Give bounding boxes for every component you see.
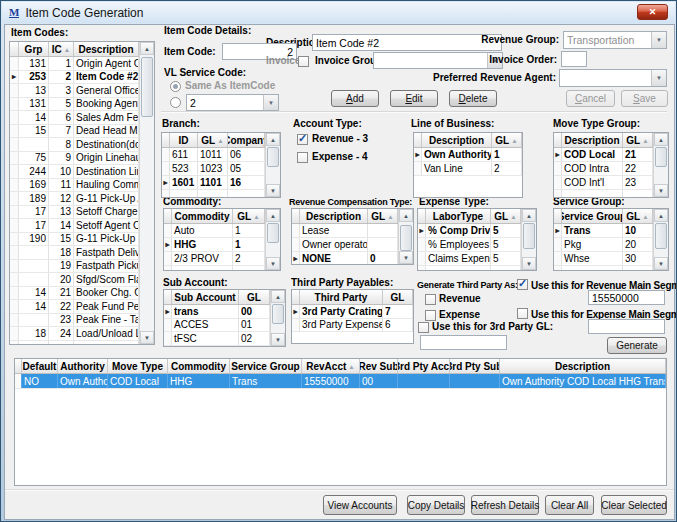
column-header[interactable]: GL▲	[368, 209, 398, 223]
scroll-down-button[interactable]: ▼	[399, 251, 413, 264]
column-header[interactable]: IC▲	[49, 42, 74, 56]
preferred-revenue-agent-combo[interactable]: ▼	[559, 69, 667, 87]
invoice-order-field[interactable]	[561, 51, 587, 67]
table-row[interactable]: Van Line2	[414, 162, 522, 176]
scroll-up-button[interactable]: ▲	[271, 290, 285, 303]
table-row[interactable]: ▸COD Local21	[554, 148, 653, 162]
refresh-details-button[interactable]: Refresh Details	[471, 495, 539, 515]
expense-4-checkbox[interactable]	[297, 152, 308, 163]
table-row[interactable]: ▸HHG1	[164, 238, 265, 252]
column-header[interactable]: GL▲	[623, 209, 653, 223]
table-row[interactable]: 19015G-11 Pick-Up Ch	[10, 233, 139, 247]
scroll-up-button[interactable]: ▲	[654, 209, 668, 222]
scroll-up-button[interactable]: ▲	[266, 133, 280, 146]
column-header[interactable]: GL	[239, 290, 270, 304]
table-row[interactable]	[162, 190, 265, 198]
clear-all-button[interactable]: Clear All	[545, 495, 594, 515]
table-row[interactable]: ACCES01	[164, 319, 270, 333]
column-header[interactable]: Description	[422, 133, 492, 147]
column-header[interactable]: LaborType	[426, 209, 491, 223]
scroll-up-button[interactable]: ▲	[654, 133, 668, 146]
use-expense-main-segment-checkbox[interactable]	[517, 308, 528, 319]
table-row[interactable]: 24410Destination Lineh	[10, 165, 139, 179]
column-header[interactable]	[15, 359, 22, 373]
column-header[interactable]: Default	[22, 359, 58, 373]
table-row[interactable]: ▸3rd Party Crating7	[292, 305, 413, 319]
table-row[interactable]: ▸NONE0	[292, 252, 398, 265]
table-row[interactable]: COD Intra22	[554, 162, 653, 176]
table-row[interactable]: COD Int'l23	[554, 176, 653, 190]
column-header[interactable]: GL	[383, 290, 413, 304]
column-header[interactable]: Move Type	[108, 359, 168, 373]
cancel-button[interactable]: Cancel	[566, 90, 615, 107]
scroll-down-button[interactable]: ▼	[522, 257, 536, 270]
invoice-checkbox[interactable]	[298, 56, 309, 67]
copy-details-button[interactable]: Copy Details	[407, 495, 465, 515]
column-header[interactable]	[10, 42, 19, 56]
table-row[interactable]: 1311Origin Agent Com	[10, 57, 139, 71]
column-header[interactable]: Sub Account	[172, 290, 239, 304]
table-row[interactable]: Pkg20	[554, 238, 653, 252]
scrollbar-thumb[interactable]	[267, 147, 279, 167]
table-row[interactable]: 18912G-11 Pick-Up Age	[10, 192, 139, 206]
column-header[interactable]	[292, 209, 300, 223]
column-header[interactable]: Authority	[58, 359, 108, 373]
table-row[interactable]: ▸trans00	[164, 305, 270, 319]
scrollbar-thumb[interactable]	[267, 223, 279, 243]
save-button[interactable]: Save	[621, 90, 668, 107]
table-row[interactable]: NOOwn AuthoriCOD LocalHHGTrans1555000000…	[15, 374, 666, 389]
column-header[interactable]: 3rd Pty Acct	[398, 359, 450, 373]
generate-revenue-checkbox[interactable]	[425, 294, 436, 305]
table-row[interactable]: Owner operator	[292, 238, 398, 252]
table-row[interactable]: 18Fastpath Delivery	[10, 246, 139, 260]
table-row[interactable]: Claims Expense5	[418, 252, 521, 266]
column-header[interactable]: Description	[300, 209, 368, 223]
sub-account-grid[interactable]: Sub AccountGL▸trans00ACCES01tFSC02▲▼	[163, 289, 286, 347]
column-header[interactable]: Description	[74, 42, 139, 56]
table-row[interactable]: tFSC02	[164, 332, 270, 346]
table-row[interactable]: 1422Peak Fund Perce	[10, 300, 139, 314]
scrollbar-thumb[interactable]	[272, 304, 284, 324]
scroll-down-button[interactable]: ▼	[654, 184, 668, 197]
column-header[interactable]: GL▲	[492, 133, 522, 147]
third-party-gl-field[interactable]	[420, 335, 507, 350]
table-row[interactable]: 611101106	[162, 148, 265, 162]
table-row[interactable]: 157Dead Head Milea	[10, 125, 139, 139]
table-row[interactable]	[164, 266, 265, 271]
delete-button[interactable]: Delete	[449, 90, 497, 107]
table-row[interactable]: 133General Office Co	[10, 84, 139, 98]
scroll-up-button[interactable]: ▲	[522, 209, 536, 222]
table-row[interactable]: 1421Booker Chg. Cros	[10, 287, 139, 301]
titlebar[interactable]: M Item Code Generation	[2, 2, 675, 23]
vertical-scrollbar[interactable]: ▲▼	[139, 42, 154, 344]
column-header[interactable]: Description	[562, 133, 623, 147]
scroll-down-button[interactable]: ▼	[266, 257, 280, 270]
vertical-scrollbar[interactable]: ▲▼	[270, 290, 285, 346]
column-header[interactable]: Commodity	[168, 359, 230, 373]
table-row[interactable]	[10, 341, 139, 346]
commodity-grid[interactable]: CommodityGL▲Auto1▸HHG12/3 PROV2▲▼	[163, 208, 281, 271]
close-button[interactable]: ✕	[637, 4, 668, 20]
scrollbar-thumb[interactable]	[523, 223, 535, 249]
table-row[interactable]: 16911Hauling Commis	[10, 179, 139, 193]
column-header[interactable]: GL▲	[198, 133, 228, 147]
column-header[interactable]: Service Group	[230, 359, 302, 373]
edit-button[interactable]: Edit	[390, 90, 438, 107]
column-header[interactable]	[554, 133, 562, 147]
revenue-main-segment-field[interactable]: 15550000	[588, 290, 665, 305]
column-header[interactable]	[164, 209, 172, 223]
move-type-group-grid[interactable]: DescriptionGL▲▸COD Local21COD Intra22COD…	[553, 132, 669, 198]
rev-comp-grid[interactable]: DescriptionGL▲LeaseOwner operator▸NONE0▲…	[291, 208, 414, 265]
table-row[interactable]: 146Sales Adm Fee	[10, 111, 139, 125]
table-row[interactable]: 2/3 PROV2	[164, 252, 265, 266]
scroll-down-button[interactable]: ▼	[140, 331, 154, 344]
vertical-scrollbar[interactable]: ▲▼	[653, 209, 668, 270]
table-row[interactable]: 1713Setoff Charge To	[10, 206, 139, 220]
generate-expense-checkbox[interactable]	[425, 310, 436, 321]
third-party-grid[interactable]: Third PartyGL▸3rd Party Crating73rd Part…	[291, 289, 414, 344]
scrollbar-thumb[interactable]	[400, 225, 412, 251]
column-header[interactable]	[162, 133, 170, 147]
scroll-down-button[interactable]: ▼	[654, 257, 668, 270]
results-grid[interactable]: DefaultAuthorityMove TypeCommodityServic…	[14, 358, 667, 486]
item-codes-grid[interactable]: GrpIC▲Description1311Origin Agent Com▸25…	[9, 41, 155, 345]
